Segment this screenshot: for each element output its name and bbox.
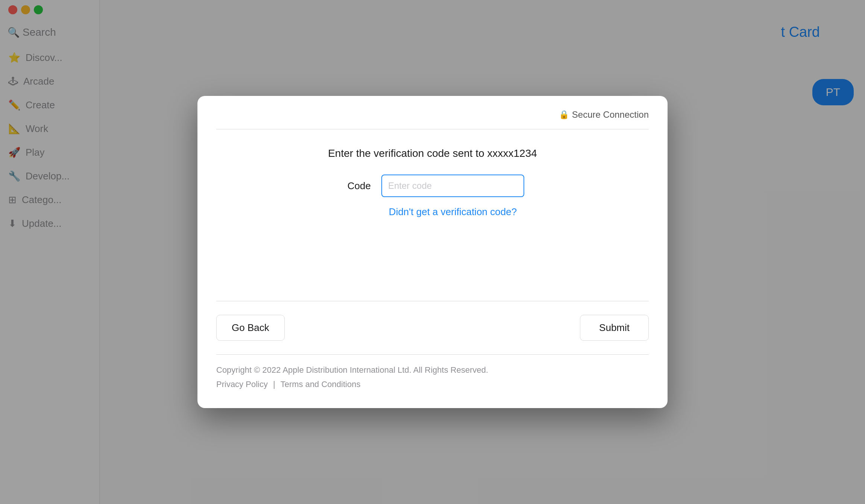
modal-copyright: Copyright © 2022 Apple Distribution Inte… [197, 354, 668, 408]
lock-icon: 🔒 [559, 110, 569, 120]
secure-connection: 🔒 Secure Connection [559, 109, 649, 120]
secure-connection-label: Secure Connection [572, 109, 649, 120]
privacy-policy-link[interactable]: Privacy Policy [216, 380, 268, 389]
modal-top: 🔒 Secure Connection [197, 96, 668, 129]
verification-title: Enter the verification code sent to xxxx… [216, 147, 649, 159]
modal-body: Enter the verification code sent to xxxx… [197, 129, 668, 301]
verification-modal: 🔒 Secure Connection Enter the verificati… [197, 96, 668, 408]
modal-footer: Go Back Submit [197, 301, 668, 354]
resend-verification-link[interactable]: Didn't get a verification code? [257, 206, 649, 218]
copyright-text: Copyright © 2022 Apple Distribution Inte… [216, 365, 649, 375]
copyright-divider [216, 354, 649, 355]
copyright-links: Privacy Policy | Terms and Conditions [216, 380, 649, 389]
links-separator: | [273, 380, 275, 389]
submit-button[interactable]: Submit [580, 315, 649, 341]
go-back-button[interactable]: Go Back [216, 315, 285, 341]
code-row: Code [216, 175, 649, 197]
code-label: Code [341, 180, 371, 192]
code-input[interactable] [381, 175, 524, 197]
terms-conditions-link[interactable]: Terms and Conditions [281, 380, 361, 389]
